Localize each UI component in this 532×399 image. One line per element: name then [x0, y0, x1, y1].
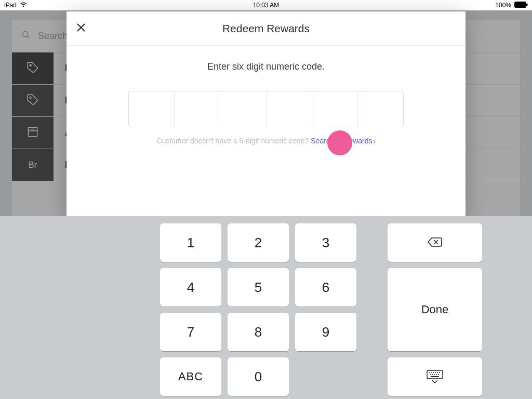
- modal-prompt: Enter six digit numeric code.: [66, 61, 466, 72]
- redeem-rewards-modal: Redeem Rewards Enter six digit numeric c…: [66, 11, 466, 216]
- key-0[interactable]: 0: [228, 357, 289, 396]
- key-1[interactable]: 1: [160, 223, 221, 262]
- svg-rect-1: [526, 3, 528, 6]
- code-digit-2[interactable]: [175, 91, 220, 127]
- key-backspace[interactable]: [388, 223, 482, 262]
- code-digit-6[interactable]: [358, 91, 403, 127]
- key-7[interactable]: 7: [160, 313, 221, 351]
- key-3[interactable]: 3: [295, 223, 356, 262]
- key-5[interactable]: 5: [228, 268, 289, 307]
- key-done[interactable]: Done: [388, 268, 482, 351]
- code-digit-1[interactable]: [129, 91, 175, 127]
- keyboard-dismiss-icon: [426, 370, 444, 383]
- modal-header: Redeem Rewards: [66, 11, 466, 46]
- modal-title: Redeem Rewards: [222, 22, 310, 35]
- key-dismiss-keyboard[interactable]: [388, 357, 482, 396]
- key-abc[interactable]: ABC: [160, 357, 221, 396]
- code-digit-3[interactable]: [220, 91, 266, 127]
- battery-percent: 100%: [495, 2, 511, 9]
- backspace-icon: [427, 235, 443, 251]
- key-4[interactable]: 4: [160, 268, 221, 307]
- numeric-keypad: 1 2 3 4 5 6 7 8 9 ABC 0 Done: [0, 216, 532, 399]
- key-9[interactable]: 9: [295, 313, 356, 351]
- status-bar: iPad 10:03 AM 100%: [0, 0, 532, 10]
- wifi-icon: [20, 2, 27, 9]
- key-2[interactable]: 2: [228, 223, 289, 262]
- chevron-right-icon: ›: [374, 138, 376, 145]
- clock: 10:03 AM: [253, 2, 280, 9]
- code-digit-5[interactable]: [312, 91, 358, 127]
- help-line: Customer doesn't have a 6-digit numeric …: [66, 137, 466, 145]
- help-prefix: Customer doesn't have a 6-digit numeric …: [156, 137, 311, 145]
- key-6[interactable]: 6: [295, 268, 356, 307]
- svg-rect-0: [515, 2, 526, 7]
- device-label: iPad: [4, 2, 17, 9]
- battery-icon: [514, 2, 528, 9]
- close-button[interactable]: [74, 21, 88, 36]
- code-input[interactable]: [128, 91, 404, 127]
- close-icon: [76, 20, 86, 36]
- key-8[interactable]: 8: [228, 313, 289, 351]
- tap-indicator: [327, 130, 352, 155]
- code-digit-4[interactable]: [267, 91, 312, 127]
